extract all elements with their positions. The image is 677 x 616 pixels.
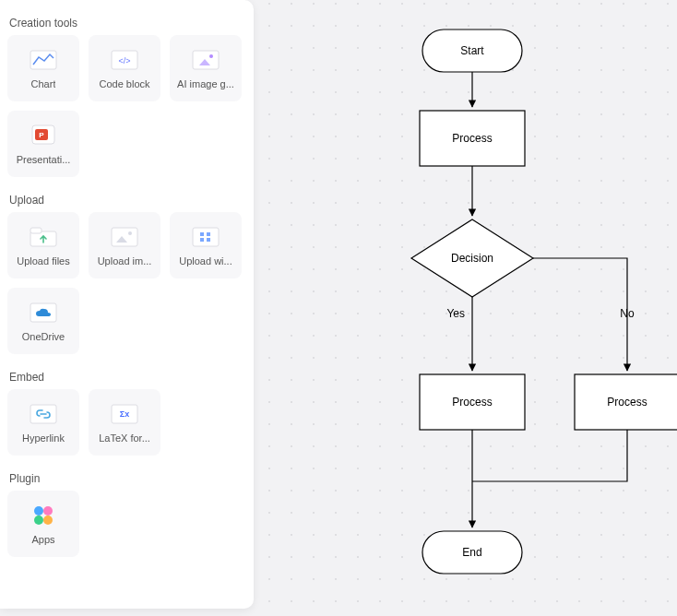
flow-process2-label: Process [452, 396, 492, 409]
flow-no-label: No [620, 307, 635, 320]
section-title-plugin: Plugin [0, 456, 254, 491]
svg-point-22 [128, 231, 132, 235]
svg-rect-25 [207, 232, 210, 236]
presentation-icon: P [28, 123, 59, 148]
svg-rect-26 [200, 238, 204, 242]
flow-end-node[interactable]: End [422, 531, 522, 574]
code-icon: </> [109, 47, 140, 73]
svg-rect-24 [200, 232, 204, 236]
flow-process1-node[interactable]: Process [420, 111, 525, 166]
tool-upload-image[interactable]: Upload im... [89, 212, 160, 278]
image-sparkle-icon [190, 47, 221, 73]
tool-latex[interactable]: Σx LaTeX for... [89, 389, 160, 456]
tool-upload-widget[interactable]: Upload wi... [170, 212, 242, 278]
tool-label: Chart [31, 78, 56, 89]
svg-rect-27 [207, 238, 210, 242]
section-title-creation: Creation tools [0, 9, 254, 35]
svg-rect-19 [30, 228, 42, 233]
chart-icon [28, 47, 59, 73]
apps-icon [28, 503, 59, 528]
upload-widget-icon [190, 224, 221, 250]
hyperlink-icon [28, 401, 59, 427]
flow-start-node[interactable]: Start [422, 30, 522, 72]
svg-rect-20 [112, 228, 137, 246]
tool-label: Code block [99, 78, 149, 89]
flow-decision-label: Decision [451, 252, 493, 265]
section-title-embed: Embed [0, 354, 254, 389]
tool-label: Upload im... [98, 255, 152, 267]
upload-image-icon [109, 224, 140, 250]
upload-files-icon [28, 224, 59, 250]
flow-yes-label: Yes [446, 307, 465, 320]
latex-icon: Σx [109, 401, 140, 427]
tool-ai-image[interactable]: AI image g... [170, 35, 242, 101]
tool-label: Hyperlink [22, 432, 65, 444]
svg-rect-12 [193, 51, 219, 69]
svg-point-33 [43, 506, 53, 515]
flow-process3-label: Process [607, 396, 647, 409]
tool-upload-files[interactable]: Upload files [7, 212, 79, 278]
svg-rect-23 [193, 228, 219, 246]
flow-process2-node[interactable]: Process [420, 374, 525, 430]
tool-onedrive[interactable]: OneDrive [7, 288, 79, 354]
svg-text:P: P [39, 131, 44, 139]
svg-point-32 [34, 506, 43, 515]
flow-process1-label: Process [452, 132, 492, 145]
onedrive-icon [28, 300, 59, 326]
svg-text:Σx: Σx [120, 409, 129, 419]
section-title-upload: Upload [0, 177, 254, 212]
tool-presentation[interactable]: P Presentati... [7, 111, 79, 177]
svg-text:</>: </> [118, 56, 130, 65]
tool-code-block[interactable]: </> Code block [89, 35, 160, 101]
tool-label: Upload wi... [179, 255, 232, 267]
tool-hyperlink[interactable]: Hyperlink [7, 389, 79, 456]
svg-point-34 [34, 515, 43, 525]
flow-process3-node[interactable]: Process [575, 374, 677, 430]
flow-start-label: Start [460, 44, 484, 57]
flow-end-label: End [462, 546, 481, 559]
tool-chart[interactable]: Chart [7, 35, 79, 101]
tool-label: Upload files [17, 255, 69, 267]
tool-label: Presentati... [17, 154, 71, 165]
tool-label: AI image g... [177, 78, 234, 89]
insert-panel: Creation tools Chart </> Code block AI i… [0, 0, 254, 609]
svg-point-35 [43, 515, 53, 525]
tool-apps[interactable]: Apps [7, 491, 79, 557]
svg-point-14 [209, 54, 213, 58]
tool-label: LaTeX for... [99, 432, 150, 444]
tool-label: OneDrive [22, 331, 65, 342]
tool-label: Apps [31, 534, 54, 545]
